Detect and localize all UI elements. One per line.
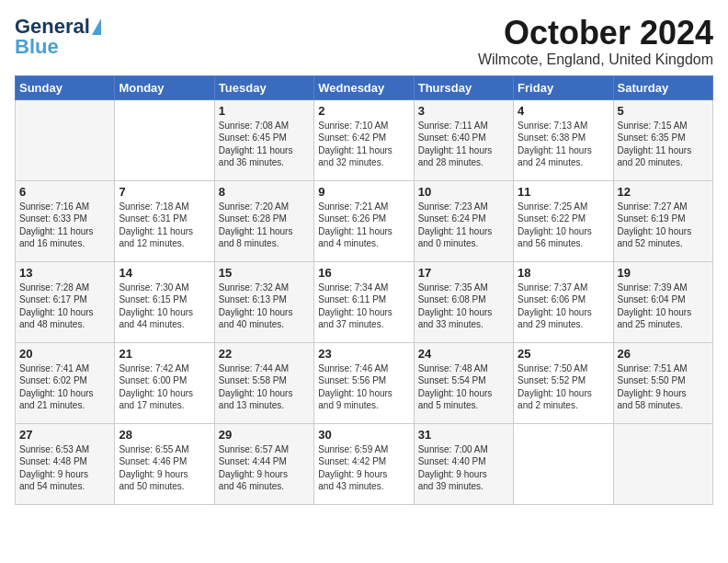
title-block: October 2024 Wilmcote, England, United K… (478, 15, 713, 68)
day-content: Sunrise: 7:42 AM Sunset: 6:00 PM Dayligh… (119, 362, 210, 412)
day-content: Sunrise: 7:08 AM Sunset: 6:45 PM Dayligh… (219, 120, 310, 169)
calendar-cell: 27Sunrise: 6:53 AM Sunset: 4:48 PM Dayli… (16, 423, 115, 504)
day-content: Sunrise: 7:37 AM Sunset: 6:06 PM Dayligh… (518, 282, 609, 331)
day-content: Sunrise: 7:39 AM Sunset: 6:04 PM Dayligh… (618, 282, 709, 331)
day-number: 27 (19, 428, 110, 442)
calendar-cell: 2Sunrise: 7:10 AM Sunset: 6:42 PM Daylig… (314, 99, 414, 180)
day-content: Sunrise: 7:50 AM Sunset: 5:52 PM Dayligh… (518, 362, 609, 412)
calendar-cell: 31Sunrise: 7:00 AM Sunset: 4:40 PM Dayli… (414, 423, 513, 504)
day-number: 9 (318, 185, 409, 199)
calendar-cell: 28Sunrise: 6:55 AM Sunset: 4:46 PM Dayli… (115, 423, 214, 504)
day-number: 25 (518, 347, 609, 361)
week-row-4: 20Sunrise: 7:41 AM Sunset: 6:02 PM Dayli… (16, 342, 713, 423)
calendar-cell: 21Sunrise: 7:42 AM Sunset: 6:00 PM Dayli… (115, 342, 214, 423)
week-row-5: 27Sunrise: 6:53 AM Sunset: 4:48 PM Dayli… (16, 423, 713, 504)
calendar-table: SundayMondayTuesdayWednesdayThursdayFrid… (15, 75, 713, 505)
day-content: Sunrise: 7:34 AM Sunset: 6:11 PM Dayligh… (318, 282, 409, 331)
calendar-cell: 20Sunrise: 7:41 AM Sunset: 6:02 PM Dayli… (16, 342, 115, 423)
calendar-cell: 17Sunrise: 7:35 AM Sunset: 6:08 PM Dayli… (414, 261, 513, 342)
col-header-wednesday: Wednesday (314, 75, 414, 99)
col-header-monday: Monday (115, 75, 214, 99)
day-content: Sunrise: 7:28 AM Sunset: 6:17 PM Dayligh… (19, 282, 110, 331)
day-number: 8 (219, 185, 310, 199)
calendar-cell: 7Sunrise: 7:18 AM Sunset: 6:31 PM Daylig… (115, 180, 214, 261)
day-content: Sunrise: 7:18 AM Sunset: 6:31 PM Dayligh… (119, 201, 210, 250)
col-header-sunday: Sunday (16, 75, 115, 99)
week-row-3: 13Sunrise: 7:28 AM Sunset: 6:17 PM Dayli… (16, 261, 713, 342)
day-number: 17 (418, 266, 509, 280)
header-row: SundayMondayTuesdayWednesdayThursdayFrid… (16, 75, 713, 99)
day-content: Sunrise: 7:41 AM Sunset: 6:02 PM Dayligh… (19, 362, 110, 412)
day-content: Sunrise: 7:20 AM Sunset: 6:28 PM Dayligh… (219, 201, 310, 250)
day-content: Sunrise: 6:55 AM Sunset: 4:46 PM Dayligh… (119, 443, 210, 493)
day-number: 26 (618, 347, 709, 361)
col-header-thursday: Thursday (414, 75, 513, 99)
day-number: 15 (219, 266, 310, 280)
page-header: General Blue October 2024 Wilmcote, Engl… (15, 15, 713, 68)
day-number: 30 (318, 428, 409, 442)
calendar-cell: 3Sunrise: 7:11 AM Sunset: 6:40 PM Daylig… (414, 99, 513, 180)
col-header-saturday: Saturday (613, 75, 712, 99)
day-content: Sunrise: 7:11 AM Sunset: 6:40 PM Dayligh… (418, 120, 509, 169)
day-number: 7 (119, 185, 210, 199)
day-number: 10 (418, 185, 509, 199)
day-number: 19 (618, 266, 709, 280)
day-number: 29 (219, 428, 310, 442)
calendar-cell: 10Sunrise: 7:23 AM Sunset: 6:24 PM Dayli… (414, 180, 513, 261)
day-number: 13 (19, 266, 110, 280)
week-row-2: 6Sunrise: 7:16 AM Sunset: 6:33 PM Daylig… (16, 180, 713, 261)
calendar-cell: 4Sunrise: 7:13 AM Sunset: 6:38 PM Daylig… (514, 99, 613, 180)
location: Wilmcote, England, United Kingdom (478, 52, 713, 68)
day-content: Sunrise: 6:53 AM Sunset: 4:48 PM Dayligh… (19, 443, 110, 493)
day-content: Sunrise: 7:00 AM Sunset: 4:40 PM Dayligh… (418, 443, 509, 493)
day-number: 20 (19, 347, 110, 361)
day-number: 4 (518, 104, 609, 118)
calendar-cell (613, 423, 712, 504)
day-number: 12 (618, 185, 709, 199)
day-content: Sunrise: 7:44 AM Sunset: 5:58 PM Dayligh… (219, 362, 310, 412)
day-content: Sunrise: 7:13 AM Sunset: 6:38 PM Dayligh… (518, 120, 609, 169)
day-content: Sunrise: 7:23 AM Sunset: 6:24 PM Dayligh… (418, 201, 509, 250)
day-content: Sunrise: 6:59 AM Sunset: 4:42 PM Dayligh… (318, 443, 409, 493)
calendar-cell: 30Sunrise: 6:59 AM Sunset: 4:42 PM Dayli… (314, 423, 414, 504)
day-content: Sunrise: 7:35 AM Sunset: 6:08 PM Dayligh… (418, 282, 509, 331)
day-content: Sunrise: 7:25 AM Sunset: 6:22 PM Dayligh… (518, 201, 609, 250)
day-content: Sunrise: 7:16 AM Sunset: 6:33 PM Dayligh… (19, 201, 110, 250)
calendar-cell: 23Sunrise: 7:46 AM Sunset: 5:56 PM Dayli… (314, 342, 414, 423)
logo: General Blue (15, 15, 101, 59)
month-title: October 2024 (478, 15, 713, 52)
logo-triangle-icon (92, 18, 101, 35)
calendar-cell: 16Sunrise: 7:34 AM Sunset: 6:11 PM Dayli… (314, 261, 414, 342)
calendar-cell: 13Sunrise: 7:28 AM Sunset: 6:17 PM Dayli… (16, 261, 115, 342)
day-number: 14 (119, 266, 210, 280)
day-number: 22 (219, 347, 310, 361)
calendar-cell: 26Sunrise: 7:51 AM Sunset: 5:50 PM Dayli… (613, 342, 712, 423)
day-content: Sunrise: 7:46 AM Sunset: 5:56 PM Dayligh… (318, 362, 409, 412)
day-number: 23 (318, 347, 409, 361)
day-content: Sunrise: 7:10 AM Sunset: 6:42 PM Dayligh… (318, 120, 409, 169)
day-number: 5 (618, 104, 709, 118)
calendar-cell (115, 99, 214, 180)
day-number: 1 (219, 104, 310, 118)
day-number: 21 (119, 347, 210, 361)
calendar-cell: 14Sunrise: 7:30 AM Sunset: 6:15 PM Dayli… (115, 261, 214, 342)
calendar-cell: 19Sunrise: 7:39 AM Sunset: 6:04 PM Dayli… (613, 261, 712, 342)
day-content: Sunrise: 7:48 AM Sunset: 5:54 PM Dayligh… (418, 362, 509, 412)
calendar-cell: 15Sunrise: 7:32 AM Sunset: 6:13 PM Dayli… (214, 261, 313, 342)
day-content: Sunrise: 7:32 AM Sunset: 6:13 PM Dayligh… (219, 282, 310, 331)
calendar-cell: 9Sunrise: 7:21 AM Sunset: 6:26 PM Daylig… (314, 180, 414, 261)
calendar-cell: 5Sunrise: 7:15 AM Sunset: 6:35 PM Daylig… (613, 99, 712, 180)
calendar-cell: 1Sunrise: 7:08 AM Sunset: 6:45 PM Daylig… (214, 99, 313, 180)
day-number: 3 (418, 104, 509, 118)
calendar-cell: 25Sunrise: 7:50 AM Sunset: 5:52 PM Dayli… (514, 342, 613, 423)
calendar-cell: 12Sunrise: 7:27 AM Sunset: 6:19 PM Dayli… (613, 180, 712, 261)
calendar-cell: 8Sunrise: 7:20 AM Sunset: 6:28 PM Daylig… (214, 180, 313, 261)
day-number: 28 (119, 428, 210, 442)
day-number: 24 (418, 347, 509, 361)
calendar-cell: 18Sunrise: 7:37 AM Sunset: 6:06 PM Dayli… (514, 261, 613, 342)
calendar-cell: 24Sunrise: 7:48 AM Sunset: 5:54 PM Dayli… (414, 342, 513, 423)
calendar-cell: 22Sunrise: 7:44 AM Sunset: 5:58 PM Dayli… (214, 342, 313, 423)
calendar-cell: 11Sunrise: 7:25 AM Sunset: 6:22 PM Dayli… (514, 180, 613, 261)
day-number: 11 (518, 185, 609, 199)
col-header-friday: Friday (514, 75, 613, 99)
